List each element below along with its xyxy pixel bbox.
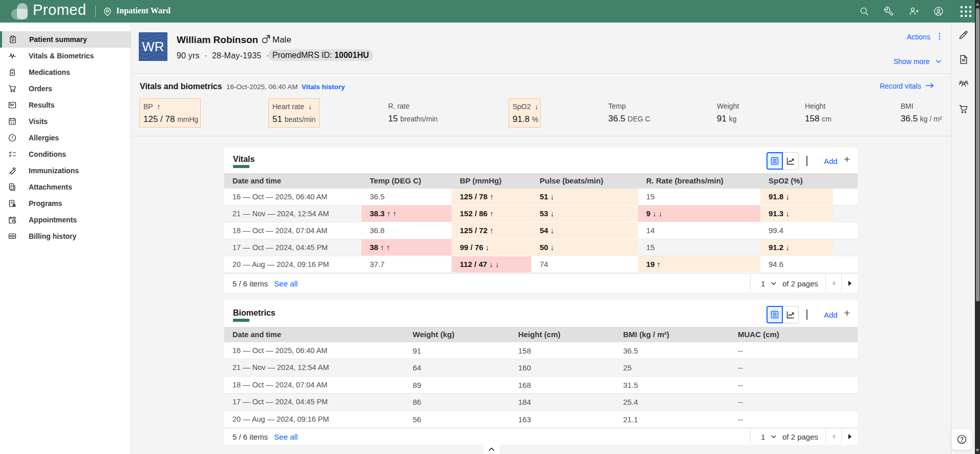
- svg-text:WR: WR: [142, 39, 164, 54]
